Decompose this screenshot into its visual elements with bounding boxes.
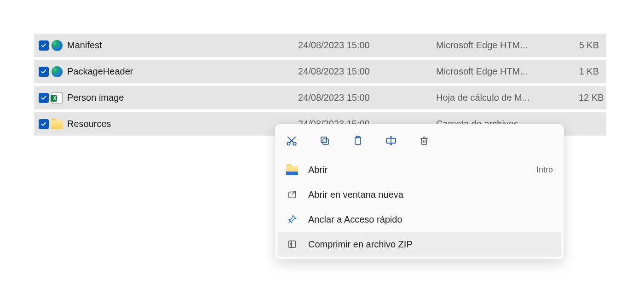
file-size: 12 KB <box>579 92 606 103</box>
file-size: 5 KB <box>579 40 602 51</box>
menu-item-label: Abrir en ventana nueva <box>308 189 553 200</box>
file-row[interactable]: Manifest 24/08/2023 15:00 Microsoft Edge… <box>34 34 606 57</box>
menu-item-label: Comprimir en archivo ZIP <box>308 239 553 250</box>
edge-icon <box>51 39 63 52</box>
file-row[interactable]: PackageHeader 24/08/2023 15:00 Microsoft… <box>34 60 606 83</box>
edge-icon <box>51 65 63 78</box>
svg-point-0 <box>287 142 290 145</box>
file-date: 24/08/2023 15:00 <box>298 40 436 51</box>
checkbox-icon[interactable] <box>39 93 49 103</box>
file-size: 1 KB <box>579 66 602 77</box>
copy-icon[interactable] <box>318 134 331 147</box>
svg-point-1 <box>293 142 296 145</box>
file-type: Microsoft Edge HTM... <box>436 40 579 51</box>
file-date: 24/08/2023 15:00 <box>298 66 436 77</box>
delete-icon[interactable] <box>418 134 431 147</box>
context-menu: Abrir Intro Abrir en ventana nueva Ancla… <box>275 124 564 259</box>
file-date: 24/08/2023 15:00 <box>298 92 436 103</box>
file-type: Microsoft Edge HTM... <box>436 66 579 77</box>
menu-item-shortcut: Intro <box>536 165 553 175</box>
file-row[interactable]: Person image 24/08/2023 15:00 Hoja de cá… <box>34 86 606 109</box>
file-name: PackageHeader <box>67 66 298 77</box>
folder-icon <box>51 118 63 131</box>
pin-icon <box>286 213 298 225</box>
file-list: Manifest 24/08/2023 15:00 Microsoft Edge… <box>34 34 606 138</box>
svg-rect-5 <box>321 137 327 143</box>
paste-icon[interactable] <box>351 134 364 147</box>
menu-pin-quick-access[interactable]: Anclar a Acceso rápido <box>278 207 561 232</box>
menu-open-new-window[interactable]: Abrir en ventana nueva <box>278 182 561 207</box>
open-window-icon <box>286 189 298 201</box>
zip-icon <box>286 238 298 250</box>
menu-item-label: Abrir <box>308 165 536 175</box>
menu-open[interactable]: Abrir Intro <box>278 157 561 182</box>
file-name: Person image <box>67 92 298 103</box>
file-name: Resources <box>67 119 298 129</box>
file-type: Hoja de cálculo de M... <box>436 92 579 103</box>
excel-icon <box>51 92 63 104</box>
checkbox-icon[interactable] <box>39 40 49 51</box>
file-name: Manifest <box>67 40 298 51</box>
menu-compress-zip[interactable]: Comprimir en archivo ZIP <box>278 232 561 257</box>
rename-icon[interactable] <box>385 134 397 147</box>
folder-open-icon <box>286 164 298 176</box>
checkbox-icon[interactable] <box>39 119 49 129</box>
menu-item-label: Anclar a Acceso rápido <box>308 214 553 225</box>
cut-icon[interactable] <box>285 134 298 147</box>
svg-rect-14 <box>289 192 296 198</box>
checkbox-icon[interactable] <box>39 67 49 77</box>
context-menu-toolbar <box>278 131 561 157</box>
svg-rect-4 <box>323 139 328 144</box>
